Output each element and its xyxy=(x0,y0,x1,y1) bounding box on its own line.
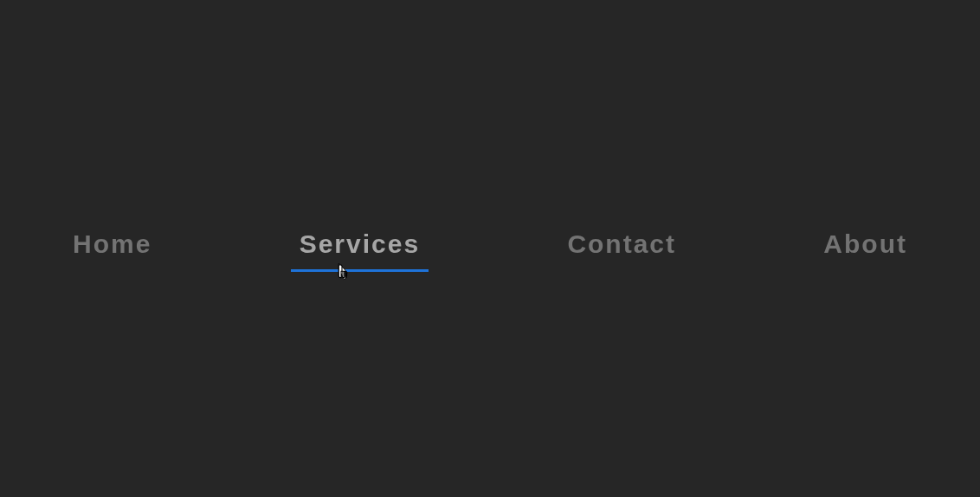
nav-item-about[interactable]: About xyxy=(823,229,907,268)
nav-item-contact[interactable]: Contact xyxy=(567,229,676,268)
nav-item-label: About xyxy=(823,229,907,258)
main-nav: Home Services Contact About xyxy=(0,229,980,268)
nav-item-home[interactable]: Home xyxy=(73,229,152,268)
nav-item-services[interactable]: Services xyxy=(300,229,420,268)
nav-item-label: Home xyxy=(73,229,152,258)
nav-item-label: Contact xyxy=(567,229,676,258)
nav-item-label: Services xyxy=(300,229,420,258)
nav-underline xyxy=(291,269,429,272)
